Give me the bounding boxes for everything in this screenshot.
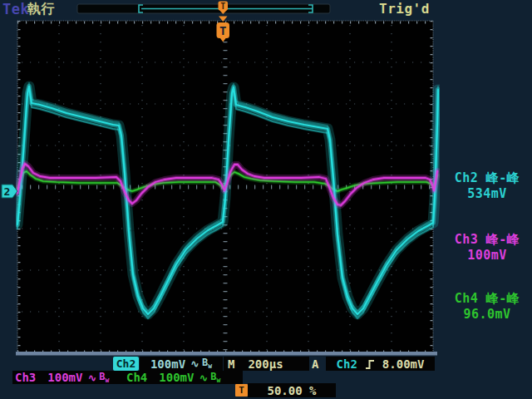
svg-text:2: 2 [4, 185, 11, 198]
graticule-bottom-frame [16, 352, 437, 356]
ch2-scale-readout: 100mV ∿ Bw [140, 357, 223, 371]
ch4-bandwidth-icon: Bw [210, 371, 220, 384]
ch2-bandwidth-icon: Bw [202, 357, 212, 370]
ch2-scale-value: 100mV [150, 357, 185, 371]
trigger-position-readout: 50.00 % [248, 383, 336, 397]
ch4-ac-coupling-icon: ∿ [199, 372, 208, 384]
trigger-readout: Ch2 8.00mV [326, 357, 435, 371]
measurement-ch3-pkpk: Ch3 峰-峰 100mV [443, 232, 531, 264]
ch3-scale-readout: Ch3 100mV ∿ Bw [12, 371, 127, 384]
measurement-ch2-label: Ch2 峰-峰 [443, 170, 531, 186]
trigger-level: 8.00mV [382, 357, 425, 371]
ch2-ac-coupling-icon: ∿ [190, 357, 200, 370]
rising-edge-icon [364, 358, 376, 370]
ch3-bandwidth-icon: Bw [99, 371, 109, 384]
trigger-mode: A [312, 358, 318, 370]
measurement-ch2-value: 534mV [443, 186, 531, 202]
svg-text:T: T [220, 2, 225, 11]
ch3-channel-label: Ch3 [15, 371, 36, 384]
measurement-ch3-value: 100mV [443, 248, 531, 264]
measurement-ch4-pkpk: Ch4 峰-峰 96.0mV [443, 291, 531, 323]
oscilloscope-screen: T T 2 Tek 執行 Trig'd Ch2 峰-峰 534mV Ch3 峰-… [0, 0, 532, 399]
ch4-scale-readout: Ch4 100mV ∿ Bw [125, 371, 243, 384]
ch3-ac-coupling-icon: ∿ [87, 372, 96, 384]
tek-logo: Tek [2, 2, 29, 17]
measurement-ch4-label: Ch4 峰-峰 [443, 291, 531, 307]
svg-text:T: T [219, 24, 226, 37]
trigger-status: Trig'd [379, 2, 430, 16]
timebase-readout: M 200μs [224, 357, 309, 371]
ch4-channel-label: Ch4 [126, 371, 147, 384]
measurement-ch4-value: 96.0mV [443, 307, 531, 323]
ch3-scale-value: 100mV [47, 371, 82, 384]
trigger-position-icon: T [235, 384, 248, 397]
trigger-source: Ch2 [337, 357, 357, 371]
timebase-prefix: M [228, 357, 234, 371]
measurement-ch3-label: Ch3 峰-峰 [443, 232, 531, 248]
acquisition-status: 執行 [27, 2, 55, 16]
ch4-scale-value: 100mV [159, 371, 194, 384]
timebase-value: 200μs [248, 357, 283, 371]
measurement-ch2-pkpk: Ch2 峰-峰 534mV [443, 170, 531, 202]
ch2-channel-badge: Ch2 [113, 357, 139, 371]
ch2-ground-marker: 2 [2, 185, 17, 198]
